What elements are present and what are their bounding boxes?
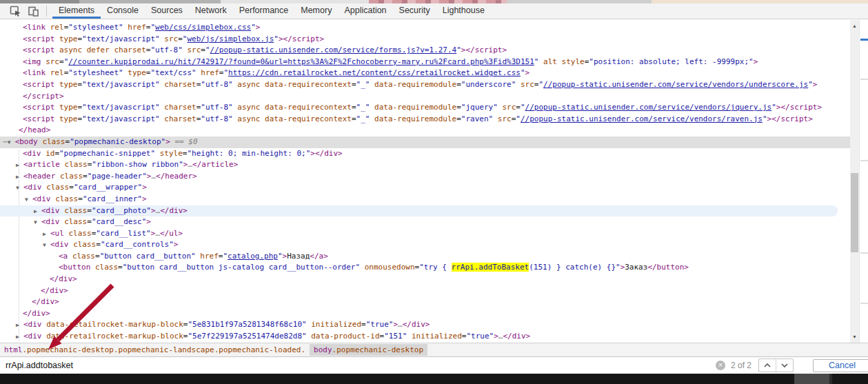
code-line-order-button[interactable]: <button class="button card__button js-ca… xyxy=(0,262,850,274)
expand-triangle-icon[interactable]: ▶ xyxy=(43,229,50,240)
breadcrumb-classes: .popmechanic-desktop xyxy=(332,345,423,354)
toolbar-separator xyxy=(46,6,47,17)
ruler-mark xyxy=(860,303,868,304)
code-line-script-forms[interactable]: <script async defer charset="utf-8" src=… xyxy=(0,45,850,57)
dom-tree: <link rel="stylesheet" href="web/css/sim… xyxy=(0,22,850,343)
code-line-link-retailrocket[interactable]: <link rel="stylesheet" type="text/css" h… xyxy=(0,68,850,79)
expand-triangle-icon[interactable]: ▶ xyxy=(16,172,23,183)
tab-security[interactable]: Security xyxy=(393,3,436,19)
find-next-button[interactable] xyxy=(776,359,793,372)
devtools-toolbar: ElementsConsoleSourcesNetworkPerformance… xyxy=(0,3,868,19)
code-line-card-photo-hover[interactable]: ▶<div class="card__photo">…</div> xyxy=(0,205,838,217)
code-line-head-close[interactable]: </head> xyxy=(0,125,850,137)
collapse-triangle-icon[interactable]: ▼ xyxy=(25,194,32,205)
tab-network[interactable]: Network xyxy=(189,3,233,19)
cancel-button[interactable]: Cancel xyxy=(813,359,868,372)
taskbar-button-block xyxy=(794,374,829,384)
code-line-card-desc[interactable]: ▼<div class="card__desc"> xyxy=(0,216,850,228)
taskbar-edge xyxy=(829,374,832,384)
tab-elements[interactable]: Elements xyxy=(52,3,101,19)
ruler-mark xyxy=(860,160,868,161)
breadcrumb-tag: html xyxy=(4,345,23,354)
collapse-triangle-icon[interactable]: ▼ xyxy=(34,217,41,228)
code-line-card-wrapper[interactable]: ▼<div class="card__wrapper"> xyxy=(0,182,850,194)
toolbar-icons xyxy=(0,6,39,17)
tab-sources[interactable]: Sources xyxy=(145,3,189,19)
devtools-tabs: ElementsConsoleSourcesNetworkPerformance… xyxy=(52,3,491,19)
code-line-div-close[interactable]: </div> xyxy=(0,296,850,308)
tab-memory[interactable]: Memory xyxy=(294,3,338,19)
elements-panel: <link rel="stylesheet" href="web/css/sim… xyxy=(0,20,868,343)
code-line-link-simplebox[interactable]: <link rel="stylesheet" href="web/css/sim… xyxy=(0,22,850,34)
code-line-article-ribbon[interactable]: ▶<article class="ribbon-show ribbon">…</… xyxy=(0,159,850,171)
devtools-window: ElementsConsoleSourcesNetworkPerformance… xyxy=(0,0,868,384)
tab-application[interactable]: Application xyxy=(338,3,392,19)
breadcrumb-classes: .popmechanic-desktop.popmechanic-landsca… xyxy=(23,345,306,354)
code-line-body-selected[interactable]: ⋯▼<body class="popmechanic-desktop"> == … xyxy=(0,137,850,148)
expand-triangle-icon[interactable]: ▶ xyxy=(16,332,23,343)
expand-triangle-icon[interactable]: ▶ xyxy=(16,160,23,171)
find-previous-button[interactable] xyxy=(759,359,776,372)
code-line-card-controls[interactable]: ▼<div class="card__controls"> xyxy=(0,239,850,251)
chevron-up-icon xyxy=(764,363,771,367)
breadcrumb-item-body[interactable]: body.popmechanic-desktop xyxy=(310,344,427,356)
expand-triangle-icon[interactable]: ▶ xyxy=(16,320,23,331)
find-results-count: 2 of 2 xyxy=(731,361,751,370)
find-input[interactable] xyxy=(0,361,716,370)
scroll-overview-ruler xyxy=(859,20,868,343)
collapse-triangle-icon[interactable]: ▼ xyxy=(43,240,50,251)
code-line-div-close[interactable]: </div> xyxy=(0,274,850,285)
code-line-script-simplebox[interactable]: <script type="text/javascript" src="web/… xyxy=(0,34,850,46)
code-line-retailrocket-block-2[interactable]: ▶<div data-retailrocket-markup-block="5e… xyxy=(0,331,850,343)
code-line-img-counter[interactable]: <img src="//counter.kupiprodai.ru/hit/74… xyxy=(0,57,850,68)
breadcrumb-item-html[interactable]: html.popmechanic-desktop.popmechanic-lan… xyxy=(0,344,310,356)
tab-console[interactable]: Console xyxy=(101,3,145,19)
code-line-script-underscore[interactable]: <script type="text/javascript" charset="… xyxy=(0,79,850,91)
scroll-up-arrow-icon[interactable]: ▲ xyxy=(850,21,859,30)
code-line-div-close[interactable]: </div> xyxy=(0,308,850,320)
find-bar: 2 of 2 Cancel xyxy=(0,356,868,374)
vertical-scrollbar[interactable]: ▲ ▼ xyxy=(850,20,859,343)
breadcrumb-tag: body xyxy=(314,345,332,354)
device-toolbar-icon[interactable] xyxy=(28,6,39,17)
expand-triangle-icon[interactable]: ▶ xyxy=(34,206,41,217)
code-line-retailrocket-block-1[interactable]: ▶<div data-retailrocket-markup-block="5e… xyxy=(0,319,850,331)
search-result-marker xyxy=(860,39,868,41)
ruler-mark xyxy=(860,252,868,254)
scrollbar-thumb[interactable] xyxy=(851,173,858,252)
breadcrumb: html.popmechanic-desktop.popmechanic-lan… xyxy=(0,343,868,356)
code-line-page-header[interactable]: ▶<header class="page-header">…</header> xyxy=(0,171,850,183)
code-line-card-list[interactable]: ▶<ul class="card__list">…</ul> xyxy=(0,228,850,240)
collapse-triangle-icon[interactable]: ▼ xyxy=(8,137,15,148)
code-line-card-inner[interactable]: ▼<div class="card__inner"> xyxy=(0,194,850,205)
taskbar-strip xyxy=(0,374,868,384)
inspect-icon[interactable] xyxy=(10,6,21,17)
chevron-down-icon xyxy=(781,363,788,367)
code-line-script-close[interactable]: </script> xyxy=(0,91,850,103)
code-line-back-link[interactable]: <a class="button card__button" href="cat… xyxy=(0,251,850,263)
clear-circle-icon[interactable] xyxy=(716,361,725,370)
tab-performance[interactable]: Performance xyxy=(233,3,295,19)
ruler-mark xyxy=(860,79,868,80)
collapse-triangle-icon[interactable]: ▼ xyxy=(16,183,23,194)
find-nav-group xyxy=(758,358,794,372)
scroll-down-arrow-icon[interactable]: ▼ xyxy=(850,332,859,341)
code-line-div-close[interactable]: </div> xyxy=(0,285,850,297)
code-line-script-jquery[interactable]: <script type="text/javascript" charset="… xyxy=(0,102,850,114)
code-line-popmechanic-snippet[interactable]: <div id="popmechanic-snippet" style="hei… xyxy=(0,148,850,160)
tab-lighthouse[interactable]: Lighthouse xyxy=(436,3,491,19)
code-line-script-raven[interactable]: <script type="text/javascript" charset="… xyxy=(0,114,850,125)
